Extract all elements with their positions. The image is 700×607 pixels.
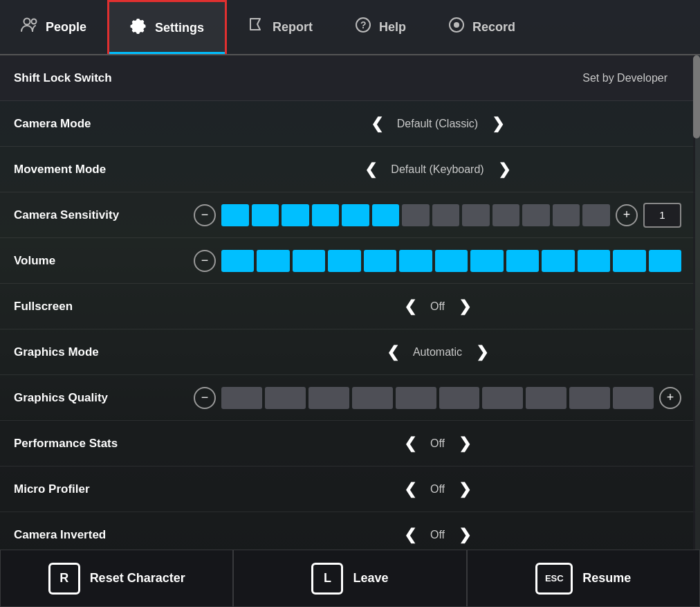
setting-row-camera-inverted: Camera Inverted ❮ Off ❯ <box>0 512 695 550</box>
volume-minus[interactable]: − <box>194 250 216 272</box>
fullscreen-next[interactable]: ❯ <box>452 294 478 319</box>
graphics-quality-minus[interactable]: − <box>194 387 216 409</box>
leave-button[interactable]: L Leave <box>233 550 466 607</box>
svg-point-6 <box>454 22 459 28</box>
fullscreen-value: Off <box>430 300 445 313</box>
volume-seg-7 <box>470 250 503 272</box>
graphics-quality-control: − + <box>194 387 681 409</box>
camera-sensitivity-minus[interactable]: − <box>194 204 216 226</box>
scrollbar-thumb[interactable] <box>693 55 700 138</box>
gfx-quality-seg-0 <box>221 387 262 409</box>
leave-button-label: Leave <box>353 571 388 586</box>
reset-key-indicator: R <box>48 563 80 595</box>
camera-mode-control: ❮ Default (Classic) ❯ <box>194 111 681 136</box>
camera-mode-next[interactable]: ❯ <box>485 111 511 136</box>
gfx-quality-seg-3 <box>352 387 393 409</box>
micro-profiler-label: Micro Profiler <box>14 482 194 496</box>
leave-key-label: L <box>324 571 331 586</box>
reset-button-label: Reset Character <box>90 571 185 586</box>
nav-item-report[interactable]: Report <box>227 0 333 54</box>
setting-row-shift-lock: Shift Lock Switch Set by Developer <box>0 55 695 101</box>
leave-key-indicator: L <box>311 563 343 595</box>
cam-sens-seg-6 <box>402 204 430 226</box>
camera-inverted-label: Camera Inverted <box>14 528 194 542</box>
cam-sens-seg-4 <box>342 204 369 226</box>
cam-sens-seg-2 <box>282 204 309 226</box>
nav-bar: People Settings Report ? Help <box>0 0 700 55</box>
fullscreen-control: ❮ Off ❯ <box>194 294 681 319</box>
graphics-mode-control: ❮ Automatic ❯ <box>194 340 681 365</box>
setting-row-performance-stats: Performance Stats ❮ Off ❯ <box>0 421 695 466</box>
volume-seg-8 <box>506 250 539 272</box>
nav-label-report: Report <box>273 20 313 35</box>
camera-inverted-prev[interactable]: ❮ <box>397 523 423 547</box>
resume-key-indicator: ESC <box>535 563 573 595</box>
gfx-quality-seg-1 <box>265 387 306 409</box>
nav-label-record: Record <box>472 20 515 35</box>
performance-stats-next[interactable]: ❯ <box>452 431 478 456</box>
micro-profiler-prev[interactable]: ❮ <box>397 477 423 502</box>
micro-profiler-value: Off <box>430 483 445 496</box>
fullscreen-label: Fullscreen <box>14 300 194 314</box>
performance-stats-control: ❮ Off ❯ <box>194 431 681 456</box>
gfx-quality-seg-7 <box>526 387 567 409</box>
camera-mode-prev[interactable]: ❮ <box>364 111 390 136</box>
volume-seg-4 <box>364 250 396 272</box>
volume-seg-9 <box>542 250 574 272</box>
setting-row-graphics-mode: Graphics Mode ❮ Automatic ❯ <box>0 329 695 375</box>
volume-seg-0 <box>221 250 254 272</box>
camera-inverted-next[interactable]: ❯ <box>452 523 478 547</box>
svg-text:?: ? <box>360 19 367 30</box>
graphics-mode-prev[interactable]: ❮ <box>380 340 406 365</box>
svg-point-0 <box>24 19 30 25</box>
performance-stats-prev[interactable]: ❮ <box>397 431 423 456</box>
nav-item-record[interactable]: Record <box>427 0 536 54</box>
nav-item-settings[interactable]: Settings <box>107 0 227 54</box>
fullscreen-prev[interactable]: ❮ <box>397 294 423 319</box>
camera-sensitivity-input[interactable] <box>643 203 681 228</box>
camera-mode-label: Camera Mode <box>14 117 194 131</box>
graphics-quality-plus[interactable]: + <box>659 387 681 409</box>
volume-seg-12 <box>649 250 681 272</box>
help-icon: ? <box>354 16 372 38</box>
micro-profiler-next[interactable]: ❯ <box>452 477 478 502</box>
nav-item-people[interactable]: People <box>0 0 107 54</box>
record-icon <box>448 16 466 38</box>
nav-item-help[interactable]: ? Help <box>333 0 427 54</box>
gfx-quality-seg-6 <box>482 387 523 409</box>
volume-track <box>221 250 681 272</box>
gfx-quality-seg-2 <box>308 387 349 409</box>
camera-sensitivity-plus[interactable]: + <box>616 204 638 226</box>
volume-seg-2 <box>293 250 325 272</box>
volume-label: Volume <box>14 254 194 268</box>
setting-row-camera-mode: Camera Mode ❮ Default (Classic) ❯ <box>0 101 695 147</box>
shift-lock-label: Shift Lock Switch <box>14 71 194 85</box>
movement-mode-value: Default (Keyboard) <box>391 163 483 176</box>
resume-button[interactable]: ESC Resume <box>467 550 700 607</box>
settings-panel: Shift Lock Switch Set by Developer Camer… <box>0 55 695 550</box>
volume-seg-1 <box>257 250 289 272</box>
nav-label-people: People <box>46 20 86 35</box>
cam-sens-seg-11 <box>553 204 580 226</box>
scrollbar[interactable] <box>693 55 700 550</box>
volume-seg-3 <box>328 250 360 272</box>
movement-mode-label: Movement Mode <box>14 163 194 176</box>
camera-mode-value: Default (Classic) <box>397 118 478 130</box>
cam-sens-seg-3 <box>312 204 340 226</box>
reset-character-button[interactable]: R Reset Character <box>0 550 233 607</box>
gfx-quality-seg-9 <box>613 387 654 409</box>
volume-seg-5 <box>399 250 432 272</box>
setting-row-camera-sensitivity: Camera Sensitivity − + <box>0 192 695 238</box>
performance-stats-value: Off <box>430 437 445 450</box>
movement-mode-prev[interactable]: ❮ <box>358 157 384 182</box>
resume-key-label: ESC <box>545 573 564 583</box>
setting-row-micro-profiler: Micro Profiler ❮ Off ❯ <box>0 466 695 512</box>
volume-seg-6 <box>435 250 468 272</box>
resume-button-label: Resume <box>582 571 631 586</box>
movement-mode-next[interactable]: ❯ <box>491 157 517 182</box>
volume-seg-11 <box>613 250 645 272</box>
graphics-mode-value: Automatic <box>413 346 462 359</box>
camera-sensitivity-track <box>221 204 610 226</box>
graphics-mode-next[interactable]: ❯ <box>469 340 495 365</box>
camera-inverted-value: Off <box>430 529 445 541</box>
